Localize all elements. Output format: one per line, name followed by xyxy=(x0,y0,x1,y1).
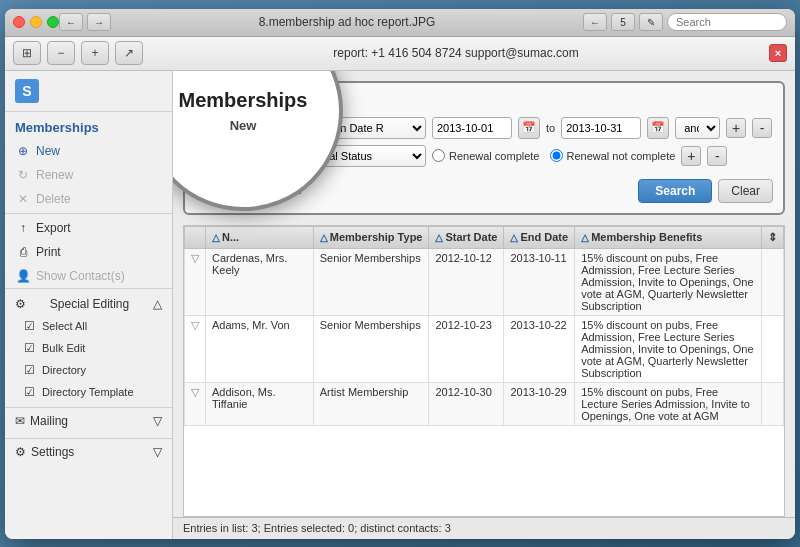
print-icon: ⎙ xyxy=(15,244,31,260)
page-number-btn[interactable]: 5 xyxy=(611,13,635,31)
titlebar: ← → 8.membership ad hoc report.JPG ← 5 ✎ xyxy=(5,9,795,37)
row-scroll-0 xyxy=(762,248,784,315)
row-expand-1[interactable]: ▽ xyxy=(185,315,206,382)
search-bottom-row: Not yet renewed Search Clear xyxy=(195,173,773,203)
search-panel-container: Memberships New Searching △ Search Type:… xyxy=(173,71,795,225)
search-panel-title: Searching △ xyxy=(195,93,773,109)
row-name-1: Adams, Mr. Von xyxy=(206,315,314,382)
radio-renewal-not-complete[interactable]: Renewal not complete xyxy=(550,149,676,162)
remove-row-1-button[interactable]: - xyxy=(752,118,772,138)
and-select[interactable]: and xyxy=(675,117,720,139)
date-to-input[interactable] xyxy=(561,117,641,139)
sidebar-section-header: Memberships xyxy=(5,112,172,139)
sidebar-item-directory-template[interactable]: ☑ Directory Template xyxy=(5,381,172,403)
contact-info: report: +1 416 504 8724 support@sumac.co… xyxy=(149,46,763,60)
row-expand-0[interactable]: ▽ xyxy=(185,248,206,315)
col-expand xyxy=(185,226,206,248)
table-header-row: △N... △Membership Type △Start Date △End … xyxy=(185,226,784,248)
status-bar: Entries in list: 3; Entries selected: 0;… xyxy=(173,517,795,539)
row-type-2: Artist Membership xyxy=(313,382,429,425)
search-row-1: Search Type: Expiring in Date R 📅 to 📅 a… xyxy=(195,117,773,139)
col-name[interactable]: △N... xyxy=(206,226,314,248)
toolbar-share[interactable]: ↗ xyxy=(115,41,143,65)
mailing-section: ✉ Mailing ▽ xyxy=(5,407,172,434)
radio-renewal-not-complete-input[interactable] xyxy=(550,149,563,162)
edit-button[interactable]: ✎ xyxy=(639,13,663,31)
row-start-0: 2012-10-12 xyxy=(429,248,504,315)
search-type-select-1[interactable]: Expiring in Date R xyxy=(286,117,426,139)
sidebar-item-renew: ↻ Renew xyxy=(5,163,172,187)
col-scroll[interactable]: ⇕ xyxy=(762,226,784,248)
row-benefits-1: 15% discount on pubs, Free Admission, Fr… xyxy=(575,315,762,382)
toolbar-icon-1[interactable]: ⊞ xyxy=(13,41,41,65)
sidebar-item-export-label: Export xyxy=(36,221,71,235)
search-type-label-1: Search Type: xyxy=(195,121,280,135)
special-editing-arrow: △ xyxy=(153,297,162,311)
sidebar-item-print-label: Print xyxy=(36,245,61,259)
sidebar-item-bulk-edit[interactable]: ☑ Bulk Edit xyxy=(5,337,172,359)
sidebar-item-directory[interactable]: ☑ Directory xyxy=(5,359,172,381)
not-yet-renewed-checkbox[interactable] xyxy=(195,183,208,196)
settings-toggle[interactable]: ⚙ Settings ▽ xyxy=(5,439,172,465)
row-end-2: 2013-10-29 xyxy=(504,382,575,425)
special-editing-header[interactable]: ⚙ Special Editing △ xyxy=(5,293,172,315)
search-button[interactable]: Search xyxy=(638,179,712,203)
remove-row-2-button[interactable]: - xyxy=(707,146,727,166)
cal-btn-to[interactable]: 📅 xyxy=(647,117,669,139)
row-expand-2[interactable]: ▽ xyxy=(185,382,206,425)
row-benefits-2: 15% discount on pubs, Free Lecture Serie… xyxy=(575,382,762,425)
special-editing-label: Special Editing xyxy=(50,297,129,311)
radio-group: Renewal complete Renewal not complete xyxy=(432,149,675,162)
toolbar-close-button[interactable]: × xyxy=(769,44,787,62)
sidebar-item-print[interactable]: ⎙ Print xyxy=(5,240,172,264)
search-row-2: Search Type: Renewal Status Renewal comp… xyxy=(195,145,773,167)
export-icon: ↑ xyxy=(15,220,31,236)
titlebar-controls: ← → xyxy=(59,13,111,31)
table-row[interactable]: ▽ Cardenas, Mrs. Keely Senior Membership… xyxy=(185,248,784,315)
settings-arrow: ▽ xyxy=(153,445,162,459)
mailing-toggle[interactable]: ✉ Mailing ▽ xyxy=(5,408,172,434)
sumac-logo: S xyxy=(15,79,39,103)
sidebar-item-export[interactable]: ↑ Export xyxy=(5,216,172,240)
radio-renewal-complete-input[interactable] xyxy=(432,149,445,162)
not-yet-renewed-checkbox-label[interactable]: Not yet renewed xyxy=(195,183,301,197)
table-row[interactable]: ▽ Adams, Mr. Von Senior Memberships 2012… xyxy=(185,315,784,382)
sidebar-item-select-all[interactable]: ☑ Select All xyxy=(5,315,172,337)
clear-button[interactable]: Clear xyxy=(718,179,773,203)
table-row[interactable]: ▽ Addison, Ms. Tiffanie Artist Membershi… xyxy=(185,382,784,425)
add-row-2-button[interactable]: + xyxy=(681,146,701,166)
titlebar-search-input[interactable] xyxy=(667,13,787,31)
nav-back-button[interactable]: ← xyxy=(583,13,607,31)
radio-renewal-complete-label: Renewal complete xyxy=(449,150,540,162)
row-end-0: 2013-10-11 xyxy=(504,248,575,315)
toolbar-zoom-in[interactable]: + xyxy=(81,41,109,65)
search-type-select-2[interactable]: Renewal Status xyxy=(286,145,426,167)
minimize-traffic-light[interactable] xyxy=(30,16,42,28)
directory-label: Directory xyxy=(42,364,86,376)
maximize-traffic-light[interactable] xyxy=(47,16,59,28)
right-panel: Memberships New Searching △ Search Type:… xyxy=(173,71,795,539)
select-all-label: Select All xyxy=(42,320,87,332)
back-button[interactable]: ← xyxy=(59,13,83,31)
sidebar-item-new[interactable]: ⊕ New xyxy=(5,139,172,163)
close-traffic-light[interactable] xyxy=(13,16,25,28)
radio-renewal-complete[interactable]: Renewal complete xyxy=(432,149,540,162)
results-table-area: △N... △Membership Type △Start Date △End … xyxy=(183,225,785,517)
forward-button[interactable]: → xyxy=(87,13,111,31)
col-start-date[interactable]: △Start Date xyxy=(429,226,504,248)
toolbar-zoom-out[interactable]: − xyxy=(47,41,75,65)
add-row-1-button[interactable]: + xyxy=(726,118,746,138)
sidebar-item-show-contacts: 👤 Show Contact(s) xyxy=(5,264,172,288)
cal-btn-from[interactable]: 📅 xyxy=(518,117,540,139)
renew-icon: ↻ xyxy=(15,167,31,183)
sidebar-item-delete: ✕ Delete xyxy=(5,187,172,211)
select-all-icon: ☑ xyxy=(21,318,37,334)
settings-label: Settings xyxy=(31,445,74,459)
col-end-date[interactable]: △End Date xyxy=(504,226,575,248)
row-type-1: Senior Memberships xyxy=(313,315,429,382)
directory-template-icon: ☑ xyxy=(21,384,37,400)
col-benefits[interactable]: △Membership Benefits xyxy=(575,226,762,248)
date-from-input[interactable] xyxy=(432,117,512,139)
col-membership-type[interactable]: △Membership Type xyxy=(313,226,429,248)
radio-renewal-not-complete-label: Renewal not complete xyxy=(567,150,676,162)
